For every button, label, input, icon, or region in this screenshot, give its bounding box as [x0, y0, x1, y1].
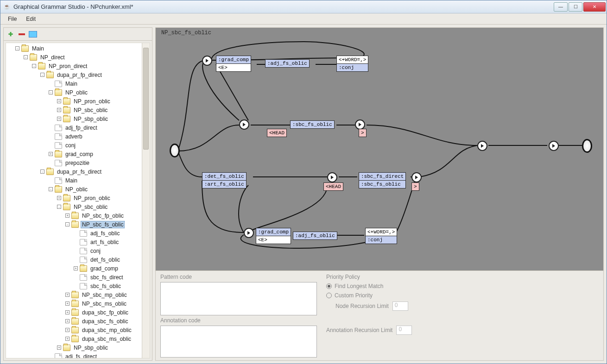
tree-node[interactable]: grad_comp	[64, 151, 95, 158]
tree-node[interactable]: dupa_pr_fs_direct	[56, 168, 103, 176]
close-button[interactable]: ✕	[583, 2, 606, 12]
tree-view[interactable]: -Main -NP_direct -NP_pron_direct -dupa_p…	[6, 43, 150, 358]
priority-policy-label: Priority Policy	[326, 274, 599, 280]
tree-node[interactable]: NP_pron_direct	[47, 63, 89, 70]
tree-leaf[interactable]: det_fs_oblic	[89, 256, 121, 264]
maximize-button[interactable]: ☐	[569, 2, 582, 12]
graph-box[interactable]: :adj_fs_oblic	[293, 232, 337, 240]
tree-node[interactable]: NP_sbc_oblic	[72, 107, 109, 114]
graph-box[interactable]: <HEAD	[267, 129, 287, 137]
annotation-code-label: Annotation code	[160, 317, 317, 324]
radio-longest-match[interactable]: Find Longest Match	[326, 283, 599, 289]
tree-leaf[interactable]: Main	[64, 80, 79, 88]
tree-leaf[interactable]: adverb	[64, 133, 84, 140]
tree-leaf[interactable]: adj_fs_direct	[64, 353, 98, 359]
graph-box[interactable]: >	[359, 129, 367, 137]
tree-node[interactable]: NP_sbc_fp_oblic	[81, 212, 125, 220]
tree-leaf[interactable]: sbc_fs_direct	[89, 274, 125, 281]
tree-leaf[interactable]: conj	[64, 142, 77, 149]
left-pane: ✚ -Main -NP_direct -NP_pron_direct	[3, 27, 152, 361]
port[interactable]	[549, 141, 559, 151]
minimize-button[interactable]: —	[554, 2, 568, 12]
pattern-code-label: Pattern code	[160, 274, 317, 280]
radio-icon	[326, 293, 332, 298]
node-recursion-label: Node Recursion Limit	[335, 303, 389, 309]
tree-node[interactable]: dupa_sbc_mp_oblic	[81, 326, 133, 334]
tree-scrollbar[interactable]	[142, 43, 150, 358]
port[interactable]	[244, 228, 254, 238]
tree-node[interactable]: NP_sbc_mp_oblic	[81, 291, 128, 299]
tree-node[interactable]: dupa_pr_fp_direct	[56, 71, 103, 79]
graph-box[interactable]: :sbc_fs_direct :sbc_fs_oblic	[359, 172, 406, 188]
graph-canvas[interactable]: NP_sbc_fs_oblic	[155, 27, 604, 271]
menu-edit[interactable]: Edit	[21, 14, 40, 24]
graph-box[interactable]: :adj_fs_oblic	[265, 59, 310, 68]
tree-node[interactable]: NP_oblic	[64, 89, 89, 96]
annotation-recursion-label: Annotation Recursion Limit	[326, 327, 392, 333]
port[interactable]	[411, 172, 422, 182]
graph-box[interactable]: <+WORD=,> :conj	[365, 228, 397, 244]
port[interactable]	[355, 119, 365, 130]
port[interactable]	[202, 56, 212, 66]
titlebar: ☕ Graphical Grammar Studio - NPchunker.x…	[0, 0, 607, 13]
start-node[interactable]	[170, 144, 180, 157]
end-node[interactable]	[582, 139, 592, 153]
tree-node[interactable]: Main	[31, 45, 45, 52]
tree-leaf[interactable]: art_fs_oblic	[89, 238, 120, 246]
tree-node[interactable]: dupa_sbc_fp_oblic	[81, 309, 130, 316]
radio-custom-priority[interactable]: Custom Priority	[326, 292, 599, 299]
node-recursion-input[interactable]: 0	[392, 301, 408, 311]
tree-node[interactable]: NP_sbc_ms_oblic	[81, 300, 128, 308]
tree-leaf[interactable]: Main	[64, 177, 79, 184]
tree-node-selected[interactable]: NP_sbc_fs_oblic	[81, 221, 125, 228]
app-window: ☕ Graphical Grammar Studio - NPchunker.x…	[0, 0, 607, 364]
radio-icon	[326, 283, 332, 289]
right-pane: NP_sbc_fs_oblic	[155, 27, 604, 361]
tree-node[interactable]: NP_pron_oblic	[72, 98, 112, 105]
client-area: ✚ -Main -NP_direct -NP_pron_direct	[0, 25, 607, 364]
bottom-panel: Pattern code Annotation code Priority Po…	[155, 271, 604, 361]
port[interactable]	[239, 119, 249, 130]
remove-button[interactable]	[19, 33, 25, 35]
graph-box[interactable]: :grad_comp <E>	[256, 228, 291, 244]
graph-box[interactable]: :sbc_fs_oblic	[290, 120, 335, 129]
graph-box[interactable]: :det_fs_oblic :art_fs_oblic	[202, 172, 247, 188]
tree-node[interactable]: NP_direct	[39, 54, 66, 61]
tree-node[interactable]: dupa_sbc_ms_oblic	[81, 335, 133, 343]
tree-node[interactable]: grad_comp	[89, 265, 120, 272]
annotation-code-input[interactable]	[160, 326, 317, 358]
tree-leaf[interactable]: adj_fp_direct	[64, 124, 99, 132]
port[interactable]	[327, 172, 337, 182]
menubar: File Edit	[0, 13, 607, 25]
port[interactable]	[477, 141, 487, 151]
annotation-recursion-input[interactable]: 0	[396, 326, 412, 335]
add-button[interactable]: ✚	[6, 30, 15, 38]
tree-leaf[interactable]: sbc_fs_oblic	[89, 282, 122, 290]
graph-box[interactable]: <+WORD=,> :conj	[336, 56, 368, 72]
tree-toolbar: ✚	[4, 28, 152, 41]
tree-node[interactable]: NP_sbp_oblic	[72, 115, 109, 123]
window-title: Graphical Grammar Studio - NPchunker.xml…	[13, 3, 553, 10]
graph-box[interactable]: <HEAD	[323, 182, 343, 191]
tree-leaf[interactable]: conj	[89, 247, 102, 255]
tree-node[interactable]: NP_sbc_oblic	[72, 203, 109, 211]
graph-box[interactable]: >	[411, 182, 419, 191]
tree-leaf[interactable]: adj_fs_oblic	[89, 230, 121, 237]
java-icon: ☕	[3, 3, 11, 11]
tree-node[interactable]: NP_pron_oblic	[72, 195, 112, 202]
pattern-code-input[interactable]	[160, 282, 317, 315]
menu-file[interactable]: File	[3, 14, 21, 24]
tree-node[interactable]: NP_sbp_oblic	[72, 344, 109, 351]
tree-leaf[interactable]: prepozitie	[64, 159, 91, 167]
tree-node[interactable]: NP_oblic	[64, 186, 89, 193]
graph-box[interactable]: :grad_comp <E>	[216, 56, 251, 72]
tree-node[interactable]: dupa_sbc_fs_oblic	[81, 318, 129, 325]
rename-button[interactable]	[29, 31, 37, 38]
